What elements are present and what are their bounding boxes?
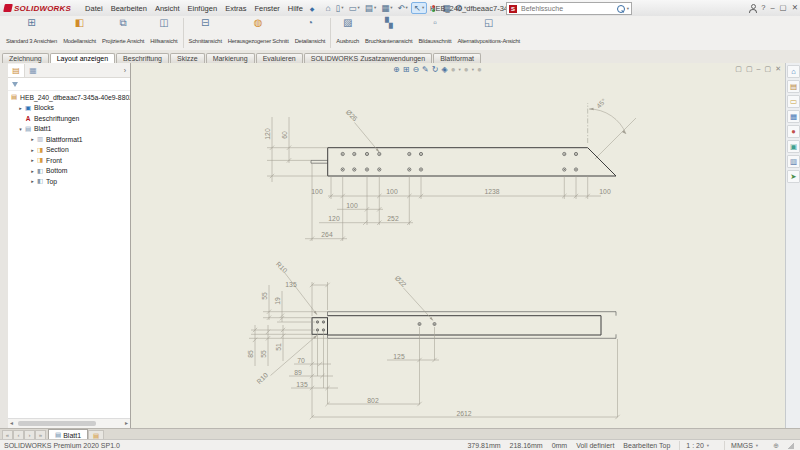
hide-show-items-icon[interactable]: ● xyxy=(464,65,469,74)
select-tool-button[interactable]: ↖▾ xyxy=(411,2,427,14)
sheet-scale-dropdown[interactable]: 1 : 20 ▾ xyxy=(679,441,715,450)
section-view-button[interactable]: ⊟Schnittansicht xyxy=(186,16,225,50)
menu-hilfe[interactable]: Hilfe xyxy=(284,3,307,14)
crop-view-button[interactable]: ▫Bildausschnitt xyxy=(415,16,454,50)
feature-manager-tab[interactable]: ▤ xyxy=(8,64,25,77)
scrollbar-thumb[interactable] xyxy=(18,421,96,426)
tab-layout-anzeigen[interactable]: Layout anzeigen xyxy=(50,53,115,63)
help-button[interactable]: ? xyxy=(761,0,765,16)
menu-bearbeiten[interactable]: Bearbeiten xyxy=(107,3,151,14)
command-search[interactable]: S ▾ xyxy=(506,2,632,15)
custom-properties-icon[interactable]: ▥ xyxy=(787,155,800,168)
expand-arrow-icon[interactable]: ▸ xyxy=(29,136,36,142)
removed-section-button[interactable]: ◍Herausgezogener Schnitt xyxy=(225,16,292,50)
break-view-button[interactable]: ▚Bruchkantenansicht xyxy=(362,16,415,50)
tree-item-front[interactable]: ▸ ◨ Front xyxy=(8,155,130,166)
break-view-icon: ▚ xyxy=(365,17,412,29)
menu-datei[interactable]: Datei xyxy=(81,3,107,14)
tree-root[interactable]: ▤ HEB_240_dfbeaac7-345a-40e9-8802-9a9f xyxy=(8,92,130,103)
search-magnifier-icon[interactable] xyxy=(617,5,625,13)
menu-extras[interactable]: Extras xyxy=(221,3,250,14)
units-dropdown[interactable]: MMGS ▾ xyxy=(724,441,764,450)
tab-zusatzanwendungen[interactable]: SOLIDWORKS Zusatzanwendungen xyxy=(304,53,432,63)
dim-100a: 100 xyxy=(311,188,323,195)
doc-restore-icon[interactable]: ▢ xyxy=(765,65,772,73)
chevron-down-icon[interactable]: ▾ xyxy=(459,67,461,72)
tab-blattformat[interactable]: Blattformat xyxy=(433,53,481,63)
auxiliary-view-button[interactable]: ◫Hilfsansicht xyxy=(147,16,180,50)
tree-item-top[interactable]: ▸ ◧ Top xyxy=(8,176,130,187)
display-style-icon[interactable]: ● xyxy=(451,65,456,74)
file-explorer-icon[interactable]: ▭ xyxy=(787,95,800,108)
pane-icon[interactable]: ▢ xyxy=(746,65,753,73)
collapse-arrow-icon[interactable]: ▾ xyxy=(17,126,24,132)
expand-arrow-icon[interactable]: ▸ xyxy=(29,178,36,184)
broken-out-section-button[interactable]: ▨Ausbruch xyxy=(333,16,362,50)
tree-item-blatt1[interactable]: ▾ ▤ Blatt1 xyxy=(8,124,130,135)
plate-hole-circles xyxy=(316,321,436,331)
property-manager-tab[interactable]: ▦ xyxy=(25,64,41,77)
tree-filter[interactable] xyxy=(8,78,130,91)
menu-einfuegen[interactable]: Einfügen xyxy=(184,3,222,14)
appearances-icon[interactable]: ● xyxy=(787,125,800,138)
standard-3-views-button[interactable]: ⊞Standard 3 Ansichten xyxy=(3,16,60,50)
search-input[interactable] xyxy=(519,4,617,13)
tab-skizze[interactable]: Skizze xyxy=(170,53,205,63)
tab-zeichnung[interactable]: Zeichnung xyxy=(2,53,49,63)
user-account-icon[interactable] xyxy=(748,4,756,12)
zoom-icon[interactable]: ⊖ xyxy=(412,65,419,74)
resize-grip[interactable] xyxy=(788,443,794,449)
menu-ansicht[interactable]: Ansicht xyxy=(151,3,184,14)
doc-close-icon[interactable]: ✕ xyxy=(775,65,781,73)
scenes-icon[interactable]: ▣ xyxy=(787,140,800,153)
pane-icon[interactable]: ▢ xyxy=(735,65,742,73)
alternate-position-view-button[interactable]: ◱Alternativpositions-Ansicht xyxy=(454,16,523,50)
globe-icon[interactable]: ⊕ xyxy=(773,442,779,450)
tab-evaluieren[interactable]: Evaluieren xyxy=(256,53,303,63)
expand-arrow-icon[interactable]: ▸ xyxy=(17,105,24,111)
expand-arrow-icon[interactable]: ▸ xyxy=(29,168,36,174)
close-button[interactable]: ✕ xyxy=(792,0,798,16)
detail-view-button[interactable]: ◔Detailansicht xyxy=(292,16,329,50)
maximize-button[interactable]: ▢ xyxy=(780,0,787,16)
zoom-to-fit-icon[interactable]: ⊕ xyxy=(393,65,400,74)
tree-item-blattformat1[interactable]: ▸ ▥ Blattformat1 xyxy=(8,134,130,145)
solidworks-resources-icon[interactable]: ⌂ xyxy=(787,65,800,78)
panel-horizontal-scrollbar[interactable]: ◂ ▸ xyxy=(8,418,130,428)
scroll-right-icon[interactable]: ▸ xyxy=(125,419,128,428)
projected-view-button[interactable]: ⧉Projizierte Ansicht xyxy=(99,16,147,50)
open-button[interactable]: ▭▾ xyxy=(347,3,362,13)
doc-minimize-icon[interactable]: – xyxy=(757,65,761,73)
menu-fenster[interactable]: Fenster xyxy=(250,3,283,14)
tab-markierung[interactable]: Markierung xyxy=(206,53,255,63)
minimize-button[interactable]: – xyxy=(770,0,774,16)
chevron-down-icon[interactable]: ▾ xyxy=(472,67,474,72)
tree-item-beschriftungen[interactable]: A Beschriftungen xyxy=(8,113,130,124)
new-document-button[interactable]: ▯▾ xyxy=(334,3,346,13)
tab-beschriftung[interactable]: Beschriftung xyxy=(116,53,169,63)
pin-menu-icon[interactable]: ◆ xyxy=(310,5,315,12)
tree-item-blocks[interactable]: ▸ ▣ Blocks xyxy=(8,103,130,114)
save-button[interactable]: ▤▾ xyxy=(363,3,378,13)
chevron-down-icon[interactable]: ▾ xyxy=(627,6,629,11)
model-view-button[interactable]: ◧Modellansicht xyxy=(60,16,99,50)
undo-button[interactable]: ↶▾ xyxy=(395,3,409,13)
3d-drawing-view-icon[interactable]: ◈ xyxy=(442,65,448,74)
drawing-sheet[interactable]: 120 60 Ø26 45° 100 100 1238 100 100 120 … xyxy=(131,63,785,428)
view-palette-icon[interactable]: ▦ xyxy=(787,110,800,123)
zoom-to-area-icon[interactable]: ⊞ xyxy=(403,65,410,74)
scroll-left-icon[interactable]: ◂ xyxy=(10,419,13,428)
panel-flyout-arrow[interactable]: › xyxy=(120,67,130,74)
graphics-area[interactable]: 120 60 Ø26 45° 100 100 1238 100 100 120 … xyxy=(131,63,785,428)
tree-item-section[interactable]: ▸ ◨ Section xyxy=(8,145,130,156)
tree-item-bottom[interactable]: ▸ ◧ Bottom xyxy=(8,166,130,177)
expand-arrow-icon[interactable]: ▸ xyxy=(29,147,36,153)
home-button[interactable]: ⌂ xyxy=(323,3,332,13)
design-library-icon[interactable]: ▤ xyxy=(787,80,800,93)
sheet-options-icon[interactable]: ● xyxy=(477,65,482,74)
edit-sheet-icon[interactable]: ✎ xyxy=(422,65,429,74)
expand-arrow-icon[interactable]: ▸ xyxy=(29,157,36,163)
print-button[interactable]: ▦▾ xyxy=(379,3,394,13)
redraw-icon[interactable]: ↻ xyxy=(432,65,439,74)
forum-icon[interactable]: ➤ xyxy=(787,170,800,183)
